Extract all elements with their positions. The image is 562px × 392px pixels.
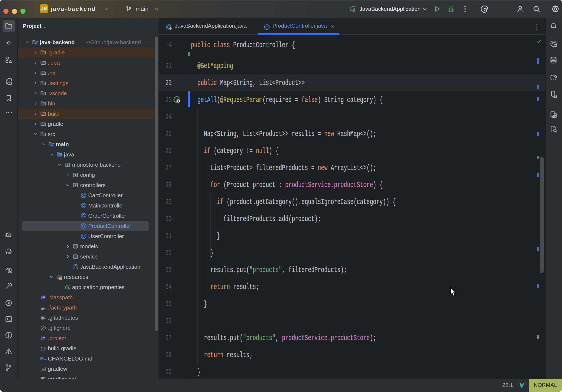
svg-text:C: C: [82, 214, 85, 218]
svg-text:C: C: [82, 193, 85, 198]
svg-text:C: C: [82, 224, 85, 228]
svg-text:C: C: [266, 25, 269, 29]
svg-text:C: C: [82, 234, 85, 238]
svg-text:M: M: [40, 356, 44, 361]
svg-text:C: C: [82, 203, 85, 208]
